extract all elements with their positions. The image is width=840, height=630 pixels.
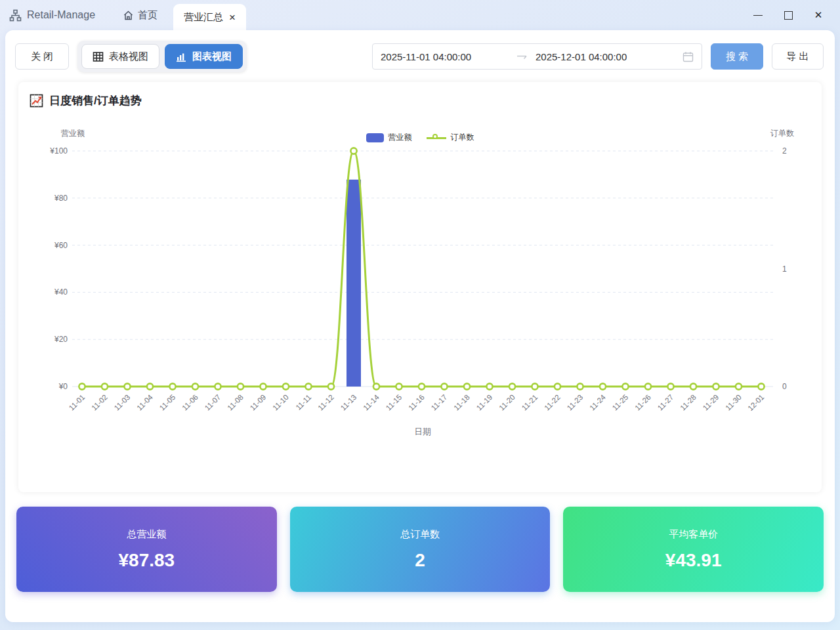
svg-text:11-12: 11-12	[316, 393, 335, 412]
svg-text:11-13: 11-13	[339, 393, 358, 412]
svg-text:11-29: 11-29	[702, 393, 721, 412]
chart-section-title: 日度销售/订单趋势	[30, 93, 142, 108]
svg-text:11-25: 11-25	[611, 393, 630, 412]
svg-text:11-02: 11-02	[90, 393, 109, 412]
app-brand: Retail-Manage	[9, 9, 95, 22]
svg-text:¥40: ¥40	[54, 287, 68, 297]
tab-close-icon[interactable]: ×	[229, 12, 236, 23]
table-icon	[93, 51, 104, 62]
date-start-input[interactable]	[381, 51, 509, 62]
minimize-button[interactable]	[743, 0, 773, 30]
main-panel: 关 闭 表格视图 图表视图	[5, 30, 835, 622]
svg-text:¥100: ¥100	[49, 146, 68, 156]
svg-text:11-23: 11-23	[566, 393, 585, 412]
svg-text:1: 1	[782, 264, 787, 274]
tab-business-summary[interactable]: 营业汇总 ×	[173, 4, 246, 30]
search-button[interactable]: 搜 索	[711, 43, 763, 70]
svg-text:11-21: 11-21	[520, 393, 539, 412]
home-icon	[123, 10, 134, 21]
svg-text:11-30: 11-30	[724, 393, 743, 412]
svg-text:11-24: 11-24	[588, 393, 607, 412]
card-total-revenue-label: 总营业额	[127, 528, 166, 541]
svg-text:11-17: 11-17	[430, 393, 449, 412]
svg-text:11-10: 11-10	[271, 393, 290, 412]
tab-label: 营业汇总	[184, 11, 223, 24]
table-view-label: 表格视图	[109, 51, 148, 63]
svg-text:11-01: 11-01	[68, 393, 87, 412]
card-total-orders: 总订单数 2	[290, 507, 551, 592]
close-window-button[interactable]: ✕	[803, 0, 833, 30]
nav-home[interactable]: 首页	[123, 9, 158, 22]
sitemap-icon	[9, 9, 22, 22]
svg-text:11-19: 11-19	[475, 393, 494, 412]
svg-text:¥20: ¥20	[54, 335, 68, 344]
svg-text:11-08: 11-08	[226, 393, 245, 412]
bar-chart-icon	[176, 51, 187, 62]
line-chart-icon	[30, 94, 43, 108]
calendar-icon	[682, 51, 694, 62]
card-avg-order-value: 平均客单价 ¥43.91	[563, 507, 824, 592]
export-button[interactable]: 导 出	[772, 43, 824, 70]
table-view-button[interactable]: 表格视图	[81, 44, 159, 69]
card-total-revenue-value: ¥87.83	[119, 550, 175, 571]
svg-text:11-22: 11-22	[543, 393, 562, 412]
title-bar: Retail-Manage 首页 营业汇总 × ✕	[0, 0, 840, 30]
svg-text:11-04: 11-04	[135, 393, 154, 412]
svg-text:11-28: 11-28	[679, 393, 698, 412]
svg-text:¥0: ¥0	[58, 382, 68, 391]
svg-text:11-09: 11-09	[249, 393, 268, 412]
svg-text:11-06: 11-06	[180, 393, 200, 412]
svg-text:11-16: 11-16	[407, 393, 426, 412]
card-total-revenue: 总营业额 ¥87.83	[16, 507, 277, 592]
chart-view-label: 图表视图	[192, 51, 232, 63]
svg-text:¥60: ¥60	[54, 241, 68, 250]
view-switcher: 表格视图 图表视图	[77, 41, 247, 72]
svg-text:12-01: 12-01	[746, 393, 765, 412]
svg-text:11-05: 11-05	[158, 393, 177, 412]
range-arrow-icon	[509, 52, 536, 60]
maximize-button[interactable]	[773, 0, 803, 30]
svg-text:11-26: 11-26	[633, 393, 652, 412]
card-avg-order-label: 平均客单价	[669, 528, 718, 541]
svg-text:11-11: 11-11	[294, 393, 312, 411]
svg-text:11-20: 11-20	[497, 393, 516, 412]
svg-text:11-18: 11-18	[452, 393, 471, 412]
window-controls: ✕	[743, 0, 833, 30]
svg-text:11-03: 11-03	[113, 393, 132, 412]
svg-text:0: 0	[782, 382, 787, 391]
trend-chart-plot[interactable]: ¥0¥20¥40¥60¥80¥10001211-0111-0211-0311-0…	[18, 138, 822, 446]
svg-text:11-07: 11-07	[203, 393, 222, 412]
svg-text:¥80: ¥80	[54, 194, 68, 203]
svg-text:11-15: 11-15	[385, 393, 404, 412]
date-end-input[interactable]	[536, 51, 664, 62]
card-avg-order-value: ¥43.91	[665, 550, 722, 571]
home-label: 首页	[138, 9, 158, 22]
svg-text:11-27: 11-27	[656, 393, 675, 412]
card-total-orders-label: 总订单数	[400, 528, 440, 541]
close-page-button[interactable]: 关 闭	[15, 43, 69, 70]
svg-text:日期: 日期	[415, 427, 431, 436]
card-total-orders-value: 2	[415, 550, 425, 571]
chart-view-button[interactable]: 图表视图	[165, 44, 243, 69]
svg-text:2: 2	[782, 146, 787, 156]
svg-text:11-14: 11-14	[362, 393, 381, 412]
date-range-picker[interactable]	[372, 43, 702, 70]
trend-chart-card: 日度销售/订单趋势 营业额 订单数 营业额 订单数 ¥0¥20¥40¥60¥80…	[18, 82, 822, 492]
summary-cards: 总营业额 ¥87.83 总订单数 2 平均客单价 ¥43.91	[16, 507, 824, 592]
chart-title-text: 日度销售/订单趋势	[49, 93, 142, 108]
app-title: Retail-Manage	[27, 9, 95, 21]
